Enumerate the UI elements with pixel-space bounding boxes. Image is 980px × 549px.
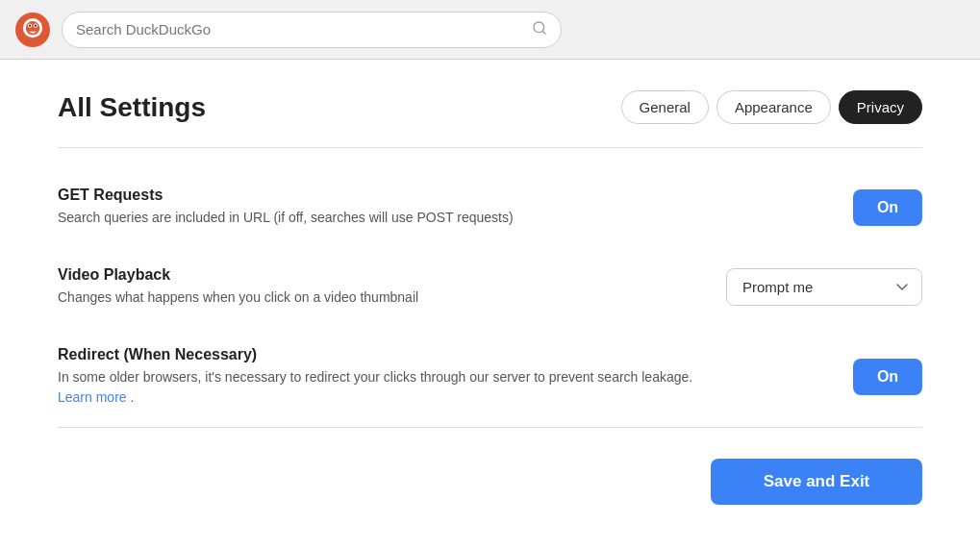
save-exit-button[interactable]: Save and Exit [711, 459, 922, 505]
svg-point-5 [29, 24, 31, 26]
settings-section: GET Requests Search queries are included… [58, 167, 922, 427]
search-input[interactable] [76, 21, 524, 37]
setting-desc-redirect: In some older browsers, it's necessary t… [58, 367, 712, 408]
page-title: All Settings [58, 92, 206, 123]
setting-desc-get-requests: Search queries are included in URL (if o… [58, 208, 712, 228]
setting-info-video-playback: Video Playback Changes what happens when… [58, 266, 712, 308]
page-content: All Settings General Appearance Privacy … [0, 60, 980, 549]
select-video-playback[interactable]: Prompt me Open in DuckDuckGo Open in sit… [726, 268, 922, 306]
tab-privacy[interactable]: Privacy [839, 90, 922, 124]
setting-title-get-requests: GET Requests [58, 187, 712, 204]
setting-row-redirect: Redirect (When Necessary) In some older … [58, 327, 922, 427]
toggle-get-requests[interactable]: On [853, 189, 922, 226]
toggle-redirect[interactable]: On [853, 359, 922, 395]
setting-info-redirect: Redirect (When Necessary) In some older … [58, 346, 712, 408]
settings-header: All Settings General Appearance Privacy [58, 90, 922, 124]
svg-point-6 [35, 24, 37, 26]
setting-desc-video-playback: Changes what happens when you click on a… [58, 287, 712, 308]
setting-title-video-playback: Video Playback [58, 266, 712, 284]
svg-line-10 [542, 31, 545, 34]
footer-area: Save and Exit [58, 443, 922, 505]
redirect-period: . [130, 389, 134, 405]
browser-chrome [0, 0, 980, 60]
redirect-desc-text: In some older browsers, it's necessary t… [58, 369, 692, 385]
search-bar[interactable] [62, 12, 562, 48]
section-divider [58, 147, 922, 148]
footer-divider [58, 427, 922, 428]
setting-info-get-requests: GET Requests Search queries are included… [58, 187, 712, 228]
setting-row-video-playback: Video Playback Changes what happens when… [58, 247, 922, 327]
tab-appearance[interactable]: Appearance [716, 90, 831, 124]
search-icon [532, 20, 547, 39]
setting-title-redirect: Redirect (When Necessary) [58, 346, 712, 363]
tab-general[interactable]: General [621, 90, 709, 124]
setting-row-get-requests: GET Requests Search queries are included… [58, 167, 922, 247]
tab-group: General Appearance Privacy [621, 90, 922, 124]
redirect-learn-more-link[interactable]: Learn more [58, 389, 127, 405]
duckduckgo-logo [15, 12, 50, 47]
